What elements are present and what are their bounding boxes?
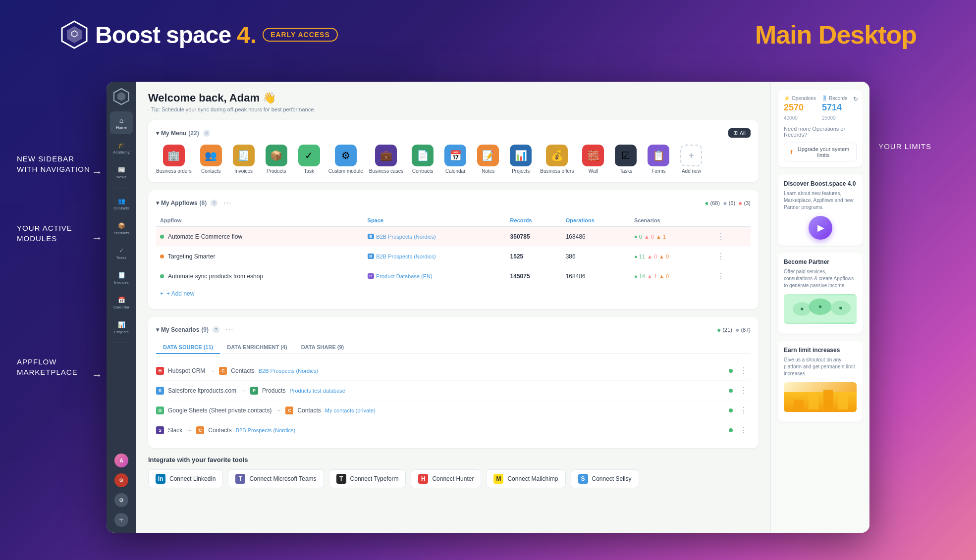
scenarios-chevron-icon: ▾	[156, 326, 159, 333]
scenario-dest-space-3[interactable]: My contacts (private)	[325, 407, 376, 413]
sidebar-item-invoices[interactable]: 🧾 Invoices	[110, 266, 133, 289]
grid-icon: ⊞	[733, 130, 738, 136]
my-menu-section: ▾ My Menu (22) ? ⊞ All 🏢	[148, 120, 759, 182]
operations-stat: ⚡ Operations 2570 40000	[784, 96, 816, 122]
sidebar-item-calendar[interactable]: 📅 Calendar	[110, 291, 133, 314]
integrate-section: Integrate with your favorite tools in Co…	[148, 456, 759, 488]
space-link-1[interactable]: B2B Prospects (Nordics)	[376, 234, 435, 240]
operations-value: 2570 40000	[784, 102, 816, 122]
sidebar-academy-label: Academy	[113, 151, 129, 154]
sellsy-icon: S	[578, 474, 588, 484]
connect-sellsy-button[interactable]: S Connect Sellsy	[571, 469, 639, 488]
sidebar-item-news[interactable]: 📰 News	[110, 161, 133, 184]
tab-data-source[interactable]: DATA SOURCE (11)	[156, 341, 220, 354]
add-appflow-button[interactable]: + + Add new	[156, 286, 751, 301]
google-sheets-icon: G	[156, 407, 164, 414]
sidebar-avatar[interactable]: A	[114, 454, 128, 467]
my-appflows-collapse-button[interactable]: ▾ My Appflows (8)	[156, 200, 207, 206]
sidebar-item-academy[interactable]: 🎓 Academy	[110, 136, 133, 159]
menu-icon-projects[interactable]: 📊 Projects	[507, 145, 534, 174]
scenarios-stopped-indicator: ● (87)	[735, 326, 751, 334]
play-button[interactable]: ▶	[809, 216, 832, 240]
business-orders-label: Business orders	[156, 168, 192, 174]
list-item: G Google Sheets (Sheet private contacts)…	[156, 401, 751, 420]
scenario-more-3[interactable]: ⋮	[737, 405, 751, 416]
list-item: S Slack → C Contacts B2B Prospects (Nord…	[156, 420, 751, 440]
tab-data-enrichment[interactable]: DATA ENRICHMENT (4)	[220, 341, 294, 354]
map-visual	[784, 294, 857, 324]
connect-hunter-button[interactable]: H Connect Hunter	[411, 469, 481, 488]
menu-icon-tasks[interactable]: ☑ Tasks	[612, 145, 639, 174]
menu-icon-notes[interactable]: 📝 Notes	[475, 145, 501, 174]
sidebar-add-button[interactable]: +	[114, 513, 128, 527]
connect-teams-button[interactable]: T Connect Microsoft Teams	[228, 469, 324, 488]
scenarios-menu-button[interactable]: ⋯	[223, 325, 235, 334]
records-value-2: 1525	[510, 253, 524, 260]
scenario-active-4	[729, 428, 733, 432]
menu-icon-task[interactable]: ✓ Task	[296, 145, 323, 174]
connect-typeform-button[interactable]: T Connect Typeform	[329, 469, 406, 488]
sidebar-item-home[interactable]: ⌂ Home	[110, 111, 133, 134]
menu-icon-custom-module[interactable]: ⚙ Custom module	[328, 145, 363, 174]
sidebar-item-contacts[interactable]: 👥 Contacts	[110, 192, 133, 215]
appflows-help-icon[interactable]: ?	[211, 200, 217, 206]
upgrade-limits-button[interactable]: ⬆ Upgrade your system limits	[784, 143, 857, 161]
space-icon-2: B	[368, 254, 375, 259]
tasks-icon: ✓	[117, 246, 126, 255]
scenarios-stopped-count: (87)	[741, 327, 751, 333]
sidebar-settings-icon[interactable]: ⚙	[114, 493, 128, 507]
ops-value-2: 386	[566, 253, 576, 260]
all-button[interactable]: ⊞ All	[728, 128, 751, 138]
row-more-button-1[interactable]: ⋮	[714, 231, 728, 242]
sidebar-item-tasks[interactable]: ✓ Tasks	[110, 242, 133, 264]
invoices-menu-icon: 🧾	[233, 145, 255, 166]
my-scenarios-collapse-button[interactable]: ▾ My Scenarios (9)	[156, 326, 209, 333]
space-link-2[interactable]: B2B Prospects (Nordics)	[376, 254, 435, 259]
menu-icon-contacts[interactable]: 👥 Contacts	[198, 145, 224, 174]
menu-icon-wall[interactable]: 🧱 Wall	[580, 145, 606, 174]
my-menu-header: ▾ My Menu (22) ? ⊞ All	[156, 128, 751, 138]
my-menu-help-icon[interactable]: ?	[203, 130, 210, 137]
teams-icon: T	[235, 474, 245, 484]
appflows-menu-button[interactable]: ⋯	[221, 198, 233, 207]
sidebar-user-icon[interactable]: ⚙	[114, 473, 128, 487]
sidebar-logo-icon	[112, 88, 130, 105]
svg-rect-14	[823, 390, 833, 409]
scenario-dest-space-4[interactable]: B2B Prospects (Nordics)	[236, 427, 295, 433]
menu-icon-contracts[interactable]: 📄 Contracts	[409, 145, 436, 174]
connect-linkedin-button[interactable]: in Connect LinkedIn	[148, 469, 223, 488]
menu-icon-invoices[interactable]: 🧾 Invoices	[230, 145, 257, 174]
menu-icon-business-offers[interactable]: 💰 Business offers	[540, 145, 574, 174]
space-link-3[interactable]: Product Database (EN)	[376, 273, 433, 279]
sidebar-tasks-label: Tasks	[116, 256, 126, 260]
my-menu-collapse-button[interactable]: ▾ My Menu (22)	[156, 130, 199, 137]
menu-icon-forms[interactable]: 📋 Forms	[645, 145, 672, 174]
menu-icon-calendar[interactable]: 📅 Calendar	[442, 145, 469, 174]
scenario-more-2[interactable]: ⋮	[737, 385, 751, 396]
scenarios-help-icon[interactable]: ?	[213, 326, 219, 333]
menu-icon-business-orders[interactable]: 🏢 Business orders	[156, 145, 192, 174]
row-more-button-2[interactable]: ⋮	[714, 251, 728, 262]
menu-icon-business-cases[interactable]: 💼 Business cases	[369, 145, 403, 174]
connect-mailchimp-button[interactable]: M Connect Mailchimp	[486, 469, 565, 488]
menu-icon-add-new[interactable]: + Add new	[678, 145, 705, 174]
refresh-button[interactable]: ↻	[853, 96, 858, 102]
sidebar-item-projects[interactable]: 📊 Projects	[110, 316, 133, 339]
appflow-name-3: Automate sync products from eshop	[160, 273, 360, 280]
menu-icon-products[interactable]: 📦 Products	[263, 145, 290, 174]
svg-point-9	[801, 307, 804, 310]
contacts-dest-icon-1: C	[219, 367, 227, 375]
scenario-more-1[interactable]: ⋮	[737, 365, 751, 376]
tab-data-share[interactable]: DATA SHARE (9)	[294, 341, 351, 354]
table-row: Automate sync products from eshop P Prod…	[156, 266, 751, 286]
contacts-menu-icon: 👥	[200, 145, 222, 166]
scenario-dest-space-2[interactable]: Products test database	[289, 388, 345, 394]
my-appflows-section: ▾ My Appflows (8) ? ⋯ ● (68) ● (6)	[148, 190, 759, 309]
sellsy-label: Connect Sellsy	[592, 475, 632, 482]
tasks-menu-icon: ☑	[615, 145, 637, 166]
play-icon: ▶	[817, 222, 824, 233]
sidebar-item-products[interactable]: 📦 Products	[110, 217, 133, 240]
scenario-dest-space-1[interactable]: B2B Prospects (Nordics)	[259, 368, 318, 374]
scenario-more-4[interactable]: ⋮	[737, 424, 751, 436]
row-more-button-3[interactable]: ⋮	[714, 270, 728, 282]
